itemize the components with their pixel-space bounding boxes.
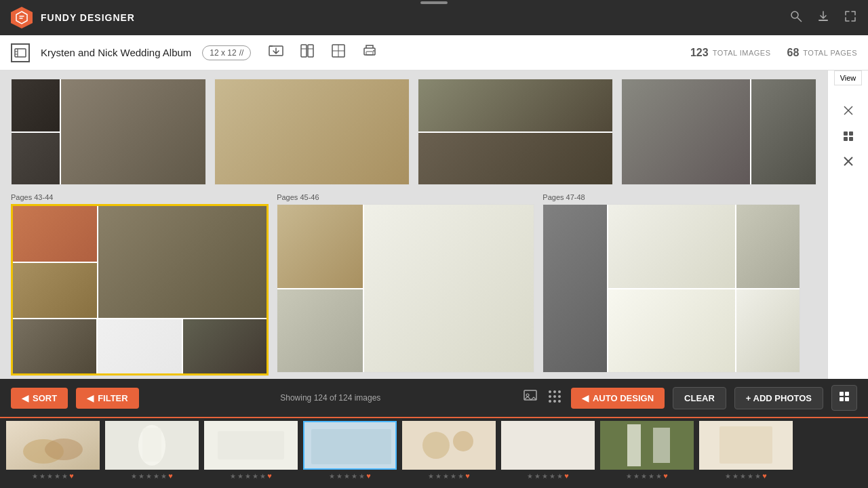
strip-photo-img-3[interactable] (204, 421, 298, 470)
size-divider: // (239, 48, 244, 58)
strip-photo-img-4[interactable] (303, 421, 397, 470)
strip-photo-6[interactable]: ★ ★ ★ ★ ★ ♥ (500, 421, 595, 480)
expand-icon[interactable] (844, 9, 857, 26)
heart-icon-6[interactable]: ♥ (564, 472, 569, 480)
svg-point-33 (553, 395, 556, 398)
grid-view-icon[interactable] (547, 388, 563, 408)
star-2[interactable]: ★ (534, 472, 540, 480)
pages-47-48[interactable]: Pages 47-48 (542, 193, 800, 375)
import-icon[interactable] (267, 42, 285, 64)
star-3[interactable]: ★ (740, 472, 746, 480)
star-3[interactable]: ★ (443, 472, 449, 480)
svg-point-37 (558, 400, 561, 403)
star-3[interactable]: ★ (542, 472, 548, 480)
star-1[interactable]: ★ (32, 472, 38, 480)
size-badge[interactable]: 12 x 12 // (202, 45, 251, 60)
star-2[interactable]: ★ (732, 472, 738, 480)
star-5[interactable]: ★ (359, 472, 365, 480)
svg-point-32 (549, 395, 551, 398)
add-photos-button[interactable]: + ADD PHOTOS (734, 387, 823, 409)
strip-photo-7[interactable]: ★ ★ ★ ★ ★ ♥ (599, 421, 694, 480)
svg-point-44 (45, 439, 83, 460)
svg-rect-24 (849, 137, 853, 141)
star-2[interactable]: ★ (336, 472, 342, 480)
strip-photo-5[interactable]: ★ ★ ★ ★ ★ ♥ (401, 421, 496, 480)
star-1[interactable]: ★ (428, 472, 434, 480)
panel-grid-icon[interactable] (840, 127, 857, 148)
strip-photo-img-8[interactable] (699, 421, 793, 470)
star-5[interactable]: ★ (557, 472, 563, 480)
star-1[interactable]: ★ (527, 472, 533, 480)
star-1[interactable]: ★ (131, 472, 137, 480)
pages-43-44[interactable]: Pages 43-44 (11, 193, 269, 375)
view-button[interactable]: View (834, 70, 863, 85)
strip-photo-4[interactable]: ★ ★ ★ ★ ★ ♥ (302, 421, 397, 480)
svg-point-30 (553, 390, 556, 393)
pages-area[interactable]: Pages 43-44 Pages 45-46 (0, 70, 827, 379)
star-4[interactable]: ★ (54, 472, 60, 480)
star-4[interactable]: ★ (351, 472, 357, 480)
heart-icon-3[interactable]: ♥ (267, 472, 272, 480)
strip-photo-2[interactable]: ★ ★ ★ ★ ★ ♥ (104, 421, 199, 480)
heart-icon-7[interactable]: ♥ (663, 472, 668, 480)
heart-icon-4[interactable]: ♥ (366, 472, 371, 480)
star-2[interactable]: ★ (633, 472, 639, 480)
album-icon (11, 43, 30, 62)
star-2[interactable]: ★ (39, 472, 45, 480)
clear-button[interactable]: CLEAR (673, 387, 726, 409)
star-3[interactable]: ★ (146, 472, 152, 480)
star-2[interactable]: ★ (138, 472, 144, 480)
strip-photo-3[interactable]: ★ ★ ★ ★ ★ ♥ (203, 421, 298, 480)
star-1[interactable]: ★ (725, 472, 731, 480)
pages-icon[interactable] (298, 42, 316, 64)
star-2[interactable]: ★ (435, 472, 441, 480)
star-1[interactable]: ★ (626, 472, 632, 480)
filter-button[interactable]: ◀ FILTER (76, 388, 139, 409)
prev-page-4 (621, 79, 816, 185)
sort-button[interactable]: ◀ SORT (11, 388, 68, 409)
star-4[interactable]: ★ (450, 472, 456, 480)
search-icon[interactable] (789, 9, 803, 26)
star-5[interactable]: ★ (161, 472, 167, 480)
panel-x-icon[interactable] (840, 153, 856, 172)
strip-photo-img-2[interactable] (105, 421, 199, 470)
grid-toggle-button[interactable] (831, 385, 857, 411)
print-icon[interactable] (361, 42, 378, 64)
heart-icon-1[interactable]: ♥ (69, 472, 74, 480)
star-5[interactable]: ★ (458, 472, 464, 480)
star-4[interactable]: ★ (252, 472, 258, 480)
strip-photo-img-1[interactable] (6, 421, 100, 470)
strip-photo-img-7[interactable] (600, 421, 694, 470)
panel-close-icon[interactable] (840, 102, 857, 122)
strip-photo-img-5[interactable] (402, 421, 496, 470)
star-5[interactable]: ★ (755, 472, 761, 480)
layout-icon[interactable] (330, 42, 347, 64)
svg-rect-51 (311, 429, 391, 464)
header-stats: 123 TOTAL IMAGES 68 TOTAL PAGES (690, 47, 857, 59)
auto-design-button[interactable]: ◀ AUTO DESIGN (571, 388, 665, 409)
star-3[interactable]: ★ (245, 472, 251, 480)
download-icon[interactable] (816, 9, 830, 26)
star-2[interactable]: ★ (237, 472, 243, 480)
star-4[interactable]: ★ (549, 472, 555, 480)
star-3[interactable]: ★ (344, 472, 350, 480)
photo-select-icon[interactable] (522, 388, 538, 408)
star-1[interactable]: ★ (230, 472, 236, 480)
strip-photo-img-6[interactable] (501, 421, 595, 470)
heart-icon-5[interactable]: ♥ (465, 472, 470, 480)
heart-icon-8[interactable]: ♥ (762, 472, 767, 480)
star-4[interactable]: ★ (648, 472, 654, 480)
star-3[interactable]: ★ (47, 472, 53, 480)
strip-photo-8[interactable]: ★ ★ ★ ★ ★ ♥ (698, 421, 793, 480)
star-5[interactable]: ★ (62, 472, 68, 480)
star-5[interactable]: ★ (260, 472, 266, 480)
star-3[interactable]: ★ (641, 472, 647, 480)
star-4[interactable]: ★ (153, 472, 159, 480)
strip-photo-1[interactable]: ★ ★ ★ ★ ★ ♥ (5, 421, 100, 480)
star-1[interactable]: ★ (329, 472, 335, 480)
star-4[interactable]: ★ (747, 472, 753, 480)
svg-rect-39 (845, 392, 849, 396)
heart-icon-2[interactable]: ♥ (168, 472, 173, 480)
pages-45-46[interactable]: Pages 45-46 (277, 193, 534, 375)
star-5[interactable]: ★ (656, 472, 662, 480)
